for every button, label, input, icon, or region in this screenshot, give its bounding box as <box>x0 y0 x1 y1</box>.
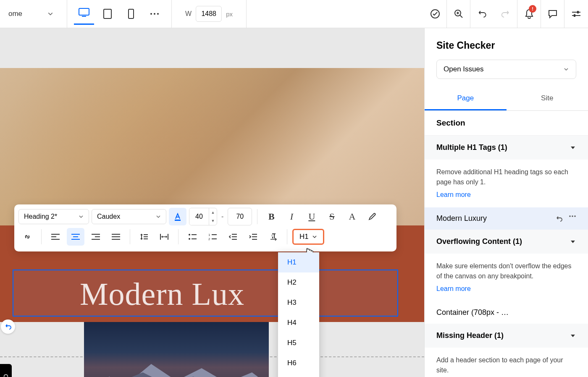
bold-button[interactable]: B <box>262 208 280 225</box>
heading-option-h3[interactable]: H3 <box>278 293 319 313</box>
undo-icon <box>4 323 12 330</box>
stepper-down[interactable]: ▼ <box>209 217 217 225</box>
numbered-list-button[interactable]: 12 <box>204 228 221 246</box>
align-justify-button[interactable] <box>107 228 125 246</box>
tab-site[interactable]: Site <box>507 87 588 110</box>
undo-button[interactable] <box>470 0 494 28</box>
underline-button[interactable]: U <box>303 208 320 225</box>
paragraph-direction-icon <box>269 233 277 241</box>
heading-option-h6[interactable]: H6 <box>278 353 319 373</box>
item-undo-button[interactable] <box>555 215 563 223</box>
create-tab[interactable]: Create <box>0 364 12 377</box>
ellipsis-icon <box>569 215 576 217</box>
text-direction-button[interactable] <box>264 228 282 246</box>
outdent-button[interactable] <box>224 228 242 246</box>
strikethrough-button[interactable]: S <box>323 208 341 225</box>
align-center-icon <box>71 233 80 240</box>
comments-button[interactable] <box>541 0 564 28</box>
redo-icon <box>501 9 511 19</box>
stepper-up[interactable]: ▲ <box>209 208 217 217</box>
bullet-list-icon <box>188 233 197 240</box>
settings-toggle-button[interactable] <box>564 0 588 28</box>
indent-button[interactable] <box>244 228 262 246</box>
page-select[interactable]: ome <box>5 10 62 18</box>
link-icon <box>23 232 32 241</box>
svg-point-50 <box>574 215 576 217</box>
line-spacing-button[interactable] <box>135 228 153 246</box>
issue-multiple-h1-body: Remove additional H1 heading tags so eac… <box>425 160 588 207</box>
scope-tabs: Page Site <box>425 87 588 111</box>
heading-option-h2[interactable]: H2 <box>278 272 319 293</box>
heading-tag-dropdown: H1 H2 H3 H4 H5 H6 P <box>278 252 319 377</box>
align-justify-icon <box>112 233 120 240</box>
issue-item-modern-luxury[interactable]: Modern Luxury <box>425 207 588 230</box>
pen-button[interactable] <box>363 208 381 225</box>
sliders-icon <box>571 10 581 18</box>
align-center-button[interactable] <box>67 228 84 246</box>
font-family-select[interactable]: Caudex <box>92 209 166 224</box>
issue-filter-select[interactable]: Open Issues <box>436 60 576 79</box>
notifications-button[interactable]: ! <box>517 0 541 28</box>
learn-more-link[interactable]: Learn more <box>436 284 576 294</box>
svg-point-48 <box>569 215 571 217</box>
svg-point-4 <box>150 13 152 15</box>
numbered-list-icon: 12 <box>208 233 217 240</box>
heading-option-p[interactable]: P <box>278 373 319 377</box>
svg-text:1: 1 <box>208 233 210 237</box>
tablet-device-button[interactable] <box>97 4 118 24</box>
canvas-undo-button[interactable] <box>1 319 15 334</box>
svg-point-49 <box>572 215 573 217</box>
canvas[interactable]: Modern Lux y I'm a Create Heading 2* <box>0 28 424 377</box>
line-height-input[interactable] <box>228 208 252 225</box>
align-left-button[interactable] <box>47 228 64 246</box>
svg-rect-3 <box>129 9 134 18</box>
issue-multiple-h1-header[interactable]: Multiple H1 Tags (1) <box>425 136 588 160</box>
svg-rect-14 <box>577 11 579 13</box>
desktop-device-button[interactable] <box>74 5 94 25</box>
tablet-icon <box>103 9 112 19</box>
dash-separator: - <box>220 213 225 220</box>
bullet-list-button[interactable] <box>184 228 201 246</box>
link-button[interactable] <box>18 228 36 246</box>
redo-button[interactable] <box>494 0 517 28</box>
font-size-input[interactable]: ▲▼ <box>189 208 217 225</box>
heading-option-h4[interactable]: H4 <box>278 313 319 333</box>
chevron-down-icon <box>156 214 161 219</box>
width-input[interactable] <box>196 6 222 22</box>
chevron-down-icon <box>570 144 576 151</box>
heading-text[interactable]: Modern Lux y <box>80 276 303 312</box>
font-case-button[interactable]: A <box>343 208 361 225</box>
site-checker-panel: Site Checker Open Issues Page Site Secti… <box>424 28 588 377</box>
width-unit: px <box>226 10 233 18</box>
align-right-button[interactable] <box>87 228 105 246</box>
main-area: Modern Lux y I'm a Create Heading 2* <box>0 28 588 377</box>
zoom-button[interactable] <box>447 0 470 28</box>
issue-missing-header-header[interactable]: Missing Header (1) <box>425 324 588 348</box>
section-header: Section <box>425 111 588 136</box>
check-circle-icon <box>430 9 440 19</box>
item-more-button[interactable] <box>569 215 576 223</box>
issue-overflowing-header[interactable]: Overflowing Content (1) <box>425 230 588 254</box>
text-style-select[interactable]: Heading 2* <box>18 209 89 224</box>
site-checker-button[interactable] <box>423 0 447 28</box>
text-color-button[interactable] <box>169 208 186 225</box>
mobile-icon <box>128 9 134 19</box>
svg-point-5 <box>154 13 155 15</box>
learn-more-link[interactable]: Learn more <box>436 190 576 200</box>
issue-item-container[interactable]: Container (708px - … <box>425 301 588 324</box>
heading-option-h1[interactable]: H1 <box>278 252 319 272</box>
heading-tag-select[interactable]: H1 <box>292 229 324 245</box>
align-left-icon <box>51 233 60 240</box>
more-devices-button[interactable] <box>144 4 165 24</box>
chevron-down-icon <box>79 214 84 219</box>
line-spacing-icon <box>140 233 148 241</box>
italic-button[interactable]: I <box>283 208 300 225</box>
page-select-label: ome <box>8 10 22 18</box>
chevron-down-icon <box>570 332 576 339</box>
letter-spacing-button[interactable] <box>155 228 173 246</box>
tab-page[interactable]: Page <box>425 87 507 110</box>
zoom-in-icon <box>454 9 464 19</box>
mobile-device-button[interactable] <box>121 4 141 24</box>
heading-option-h5[interactable]: H5 <box>278 333 319 353</box>
top-toolbar: ome W px ! <box>0 0 588 28</box>
